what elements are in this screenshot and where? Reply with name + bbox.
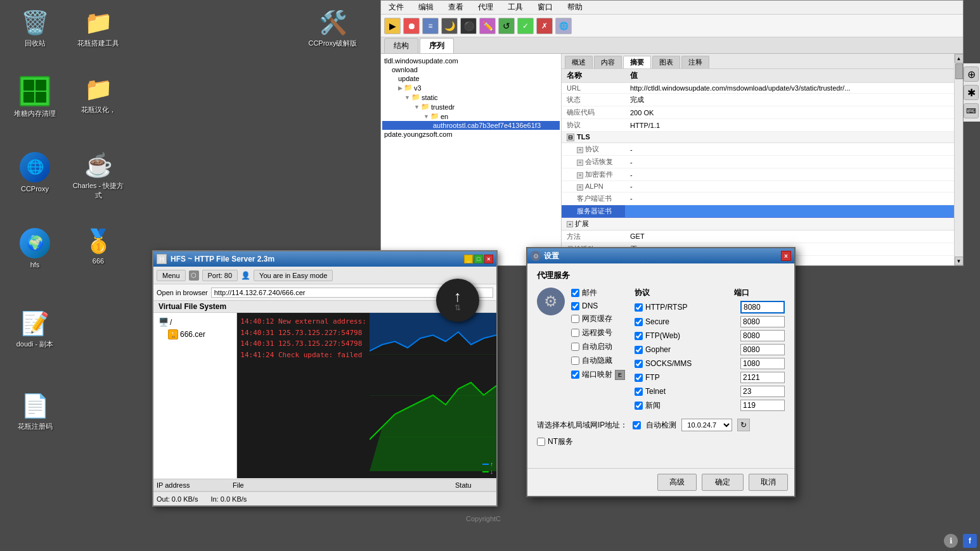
gopher-checkbox[interactable] <box>635 346 643 354</box>
ftp-port-input[interactable] <box>740 372 785 383</box>
zoom-in-btn[interactable]: ⊕ <box>964 66 979 82</box>
secure-label: Secure <box>645 317 669 326</box>
tab-sequence[interactable]: 序列 <box>420 38 454 53</box>
news-checkbox[interactable] <box>635 402 643 410</box>
tree-item-en[interactable]: ▼📁en <box>382 111 560 121</box>
prop-server-cert[interactable]: 服务器证书 <box>562 205 963 217</box>
telnet-port-input[interactable] <box>740 386 785 397</box>
menu-edit[interactable]: 编辑 <box>416 1 436 13</box>
auto-detect-checkbox[interactable] <box>633 421 641 429</box>
tree-item-v3[interactable]: ▶📁v3 <box>382 83 560 92</box>
toolbar-btn-3[interactable]: ≡ <box>422 18 439 34</box>
ftpweb-checkbox[interactable] <box>635 332 643 340</box>
toolbar-btn-6[interactable]: ✏️ <box>479 18 496 34</box>
hfs-cert-item[interactable]: 🏆 666.cer <box>157 328 233 341</box>
service-autohide[interactable]: 自动隐藏 <box>571 355 628 366</box>
tree-item-1[interactable]: tldl.windowsupdate.com <box>382 56 560 65</box>
service-autostart[interactable]: 自动启动 <box>571 341 628 352</box>
detail-tab-content[interactable]: 内容 <box>594 56 622 68</box>
menu-tools[interactable]: 工具 <box>505 1 525 13</box>
ftpweb-port-input[interactable] <box>740 330 785 341</box>
service-webcache[interactable]: 网页缓存 <box>571 314 628 324</box>
autostart-checkbox[interactable] <box>571 343 579 351</box>
desktop-icon-recycle[interactable]: 🗑️ 回收站 <box>10 10 60 48</box>
toolbar-btn-4[interactable]: 🌙 <box>441 18 458 34</box>
service-mail[interactable]: 邮件 <box>571 288 628 298</box>
socksmms-checkbox[interactable] <box>635 360 643 368</box>
detail-tab-chart[interactable]: 图表 <box>652 56 680 68</box>
dial-checkbox[interactable] <box>571 329 579 337</box>
toolbar-btn-10[interactable]: 🌐 <box>555 18 572 34</box>
hfs-minimize-btn[interactable]: _ <box>464 255 473 263</box>
settings-close-btn[interactable]: × <box>781 251 791 261</box>
nt-checkbox[interactable] <box>537 438 545 446</box>
telnet-checkbox[interactable] <box>635 388 643 396</box>
ip-refresh-btn[interactable]: ↻ <box>737 419 750 431</box>
menu-proxy[interactable]: 代理 <box>475 1 496 13</box>
settings-section-title: 代理服务 <box>537 270 785 281</box>
menu-help[interactable]: 帮助 <box>565 1 585 13</box>
toolbar-btn-8[interactable]: ✓ <box>517 18 534 34</box>
gopher-port-input[interactable] <box>740 344 785 355</box>
autohide-checkbox[interactable] <box>571 357 579 365</box>
secure-port-input[interactable] <box>740 316 785 327</box>
hfs-close-btn[interactable]: × <box>484 255 493 263</box>
toolbar-btn-5[interactable]: ⚫ <box>460 18 477 34</box>
hfs-mode-btn[interactable]: You are in Easy mode <box>254 270 333 281</box>
desktop-icon-memory[interactable]: 堆糖内存清理 <box>10 76 60 118</box>
desktop-icon-hfs[interactable]: 🌍 hfs <box>10 228 60 269</box>
menu-window[interactable]: 窗口 <box>535 1 555 13</box>
mail-checkbox[interactable] <box>571 289 579 297</box>
desktop-icon-charles[interactable]: ☕ Charles - 快捷方式 <box>70 152 127 200</box>
detail-tab-notes[interactable]: 注释 <box>681 56 709 68</box>
tree-item-trustedr[interactable]: ▼📁trustedr <box>382 102 560 111</box>
upload-button[interactable]: ↑ ⇅ <box>436 279 479 322</box>
hfs-menu-btn[interactable]: Menu <box>157 270 186 281</box>
service-portmap[interactable]: 端口映射 E <box>571 369 628 380</box>
advanced-btn[interactable]: 高级 <box>657 474 697 491</box>
cancel-btn[interactable]: 取消 <box>749 474 788 491</box>
tab-structure[interactable]: 结构 <box>384 38 418 53</box>
desktop-icon-build[interactable]: 📁 花瓶搭建工具 <box>70 10 127 48</box>
tree-item-youngzsoft[interactable]: pdate.youngzsoft.com <box>382 130 560 139</box>
hfs-maximize-btn[interactable]: □ <box>474 255 483 263</box>
info-icon[interactable]: ℹ <box>944 534 958 548</box>
tree-item-cert[interactable]: authrootstl.cab7b3eef7e4136e61f3 <box>382 121 560 130</box>
portmap-checkbox[interactable] <box>571 370 579 379</box>
desktop-icon-ccproxy[interactable]: 🌐 CCProxy <box>10 152 60 193</box>
facebook-icon[interactable]: f <box>963 534 977 548</box>
detail-tab-summary[interactable]: 摘要 <box>623 56 651 68</box>
news-port-input[interactable] <box>740 400 785 411</box>
service-dial[interactable]: 远程拨号 <box>571 327 628 338</box>
tree-item-3[interactable]: update <box>382 74 560 83</box>
socksmms-port-input[interactable] <box>740 358 785 369</box>
ftp-checkbox[interactable] <box>635 374 643 382</box>
zoom-out-btn[interactable]: ✱ <box>964 85 979 100</box>
right-scrollbar[interactable]: ▲ ▼ <box>954 54 963 265</box>
toolbar-btn-9[interactable]: ✗ <box>536 18 553 34</box>
desktop-icon-doudi[interactable]: 📝 doudi - 副本 <box>10 310 60 349</box>
tree-item-static[interactable]: ▼📁static <box>382 92 560 102</box>
http-port-input[interactable] <box>740 301 785 314</box>
toolbar-btn-2[interactable]: ⏺ <box>403 18 420 34</box>
hfs-root-item[interactable]: 🖥️ / <box>157 316 233 328</box>
dns-checkbox[interactable] <box>571 302 579 310</box>
hfs-port-btn[interactable]: Port: 80 <box>202 270 238 281</box>
keyboard-btn[interactable]: ⌨ <box>964 103 979 118</box>
service-dns[interactable]: DNS <box>571 301 628 310</box>
ok-btn[interactable]: 确定 <box>702 474 744 491</box>
desktop-icon-register[interactable]: 📄 花瓶注册码 <box>10 393 60 431</box>
tree-item-2[interactable]: ownload <box>382 65 560 74</box>
menu-file[interactable]: 文件 <box>386 1 406 13</box>
toolbar-btn-7[interactable]: ↺ <box>498 18 515 34</box>
webcache-checkbox[interactable] <box>571 315 579 323</box>
http-checkbox[interactable] <box>635 303 643 312</box>
desktop-icon-huaping-cn[interactable]: 📁 花瓶汉化， <box>70 76 127 115</box>
ip-select[interactable]: 10.0.24.7 <box>681 419 732 431</box>
detail-tab-overview[interactable]: 概述 <box>565 56 593 68</box>
menu-view[interactable]: 查看 <box>446 1 466 13</box>
desktop-icon-666[interactable]: 🥇 666 <box>70 228 127 265</box>
desktop-icon-ccproxy-crack[interactable]: 🛠️ CCProxy破解版 <box>304 10 361 48</box>
toolbar-btn-1[interactable]: ▶ <box>384 18 401 34</box>
secure-checkbox[interactable] <box>635 318 643 326</box>
